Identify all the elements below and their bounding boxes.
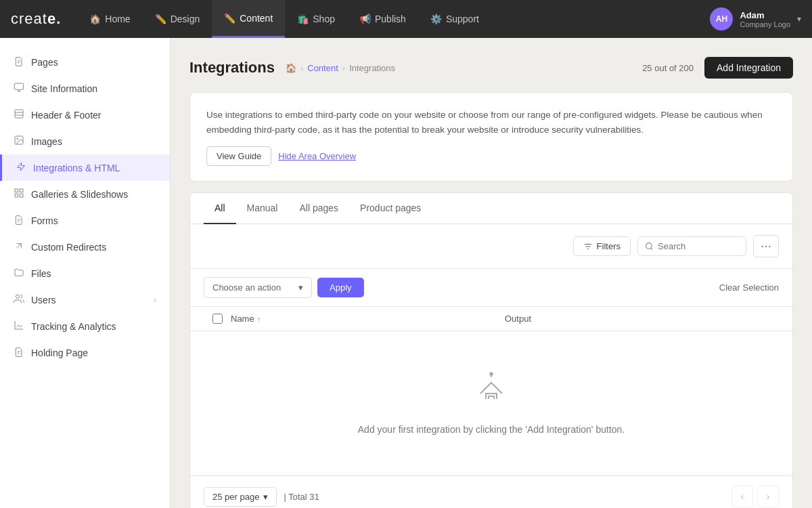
sidebar-item-images[interactable]: Images (0, 128, 170, 154)
search-input[interactable] (658, 241, 739, 251)
pagination-left: 25 per page ▾ | Total 31 (204, 487, 319, 507)
pages-icon (14, 56, 24, 68)
hide-area-overview-button[interactable]: Hide Area Overview (278, 146, 356, 166)
svg-rect-1 (15, 110, 23, 118)
tab-all-pages[interactable]: All pages (288, 193, 349, 224)
name-column-header[interactable]: Name ↑ (231, 314, 505, 324)
add-integration-button[interactable]: Add Integration (704, 57, 793, 79)
filters-button[interactable]: Filters (573, 236, 631, 256)
sidebar-item-custom-redirects[interactable]: Custom Redirects (0, 234, 170, 260)
more-options-button[interactable]: ⋯ (753, 235, 779, 257)
pagination: 25 per page ▾ | Total 31 ‹ › (190, 475, 792, 508)
per-page-chevron-icon: ▾ (263, 492, 268, 502)
sidebar-item-pages[interactable]: Pages (0, 49, 170, 75)
svg-rect-4 (15, 189, 18, 192)
info-text: Use integrations to embed third-party co… (206, 108, 776, 137)
integration-empty-icon (474, 372, 509, 407)
nav-support[interactable]: ⚙️ Support (418, 0, 491, 38)
output-column-header: Output (505, 314, 779, 324)
select-all-col (204, 314, 231, 324)
dropdown-chevron-icon: ▾ (298, 282, 303, 293)
prev-page-button[interactable]: ‹ (731, 486, 753, 507)
nav-links: 🏠 Home ✏️ Design ✏️ Content 🛍️ Shop 📢 Pu… (77, 0, 710, 38)
info-box-actions: View Guide Hide Area Overview (206, 146, 776, 166)
breadcrumb-current: Integrations (349, 63, 395, 73)
files-icon (14, 267, 24, 280)
publish-icon: 📢 (359, 14, 371, 24)
clear-selection-link[interactable]: Clear Selection (719, 282, 779, 293)
sidebar-item-header-footer[interactable]: Header & Footer (0, 102, 170, 128)
choose-action-dropdown[interactable]: Choose an action ▾ (204, 277, 312, 298)
support-icon: ⚙️ (430, 14, 442, 24)
site-logo: create. (11, 10, 61, 28)
sidebar-item-site-information[interactable]: Site Information (0, 75, 170, 102)
sidebar-item-files[interactable]: Files (0, 260, 170, 287)
forms-icon (14, 214, 24, 227)
page-title: Integrations (189, 59, 275, 77)
monitor-icon (14, 82, 24, 95)
svg-point-3 (17, 138, 18, 140)
breadcrumb: 🏠 › Content › Integrations (286, 63, 395, 73)
nav-shop[interactable]: 🛍️ Shop (285, 0, 347, 38)
holding-icon (14, 346, 24, 359)
svg-rect-7 (15, 194, 18, 197)
search-box (637, 236, 746, 256)
chevron-down-icon: ▾ (797, 14, 801, 24)
avatar: AH (710, 7, 733, 30)
nav-home[interactable]: 🏠 Home (77, 0, 142, 38)
tab-all[interactable]: All (204, 193, 236, 224)
svg-point-8 (16, 295, 19, 298)
svg-rect-6 (20, 194, 23, 197)
per-page-dropdown[interactable]: 25 per page ▾ (204, 487, 277, 507)
main-content: Integrations 🏠 › Content › Integrations … (171, 38, 812, 508)
page-title-area: Integrations 🏠 › Content › Integrations (189, 59, 395, 77)
shop-icon: 🛍️ (297, 14, 309, 24)
view-guide-button[interactable]: View Guide (206, 146, 271, 166)
next-page-button[interactable]: › (757, 486, 779, 507)
home-icon: 🏠 (89, 14, 101, 24)
sidebar: Pages Site Information Header & Footer I… (0, 38, 171, 508)
redirect-icon (14, 240, 24, 253)
sidebar-item-forms[interactable]: Forms (0, 207, 170, 234)
total-label: | Total 31 (284, 492, 319, 502)
svg-point-9 (646, 243, 652, 249)
action-bar: Choose an action ▾ Apply Clear Selection (190, 269, 792, 307)
integration-count: 25 out of 200 (642, 63, 694, 73)
toolbar-right: Filters ⋯ (573, 235, 779, 257)
sidebar-item-tracking-analytics[interactable]: Tracking & Analytics (0, 313, 170, 339)
svg-rect-0 (14, 83, 23, 89)
svg-rect-5 (20, 189, 23, 192)
top-navigation: create. 🏠 Home ✏️ Design ✏️ Content 🛍️ S… (0, 0, 812, 38)
breadcrumb-home-icon[interactable]: 🏠 (286, 63, 296, 73)
filter-tabs: All Manual All pages Product pages (190, 193, 792, 224)
integrations-icon (16, 161, 26, 174)
user-info: Adam Company Logo (740, 10, 790, 28)
sidebar-item-galleries[interactable]: Galleries & Slideshows (0, 181, 170, 207)
image-icon (14, 135, 24, 148)
sidebar-item-holding-page[interactable]: Holding Page (0, 339, 170, 366)
nav-content[interactable]: ✏️ Content (212, 0, 285, 38)
empty-state-icon (474, 372, 509, 413)
svg-point-10 (490, 373, 493, 375)
filter-icon (583, 242, 593, 251)
users-chevron-icon: › (154, 295, 156, 305)
page-header-right: 25 out of 200 Add Integration (642, 57, 793, 79)
select-all-checkbox[interactable] (212, 314, 223, 324)
gallery-icon (14, 188, 24, 200)
sidebar-item-integrations-html[interactable]: Integrations & HTML (0, 154, 170, 181)
pencil-icon: ✏️ (155, 14, 166, 24)
empty-state-text: Add your first integration by clicking t… (358, 424, 625, 435)
nav-design[interactable]: ✏️ Design (143, 0, 212, 38)
user-menu[interactable]: AH Adam Company Logo ▾ (710, 7, 801, 30)
nav-publish[interactable]: 📢 Publish (347, 0, 418, 38)
page-header: Integrations 🏠 › Content › Integrations … (189, 57, 793, 79)
breadcrumb-content[interactable]: Content (307, 63, 338, 73)
main-layout: Pages Site Information Header & Footer I… (0, 38, 812, 508)
action-bar-left: Choose an action ▾ Apply (204, 277, 364, 298)
sidebar-item-users[interactable]: Users › (0, 287, 170, 313)
layout-icon (14, 108, 24, 121)
tab-manual[interactable]: Manual (236, 193, 289, 224)
apply-button[interactable]: Apply (317, 278, 364, 297)
empty-state: Add your first integration by clicking t… (190, 331, 792, 475)
tab-product-pages[interactable]: Product pages (349, 193, 432, 224)
